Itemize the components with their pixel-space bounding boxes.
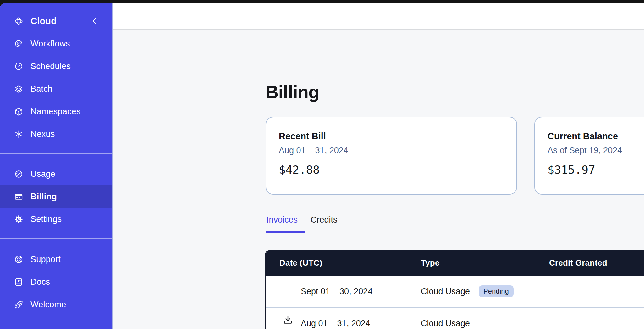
batch-icon: [14, 84, 24, 94]
download-invoice-icon[interactable]: [282, 314, 294, 326]
column-header-type: Type: [421, 250, 440, 276]
nexus-icon: [14, 129, 24, 139]
recent-bill-period: Aug 01 – 31, 2024: [279, 146, 516, 155]
workflows-icon: [14, 39, 24, 49]
invoice-type: Cloud Usage: [421, 276, 470, 307]
namespaces-icon: [14, 107, 24, 116]
welcome-icon: [14, 300, 24, 310]
invoice-date: Aug 01 – 31, 2024: [301, 308, 370, 329]
page-title: Billing: [266, 82, 319, 102]
docs-icon: [14, 277, 24, 287]
tab-active-indicator: [266, 231, 305, 233]
support-icon: [14, 255, 24, 264]
invoice-date: Sept 01 – 30, 2024: [301, 276, 372, 307]
sidebar-item-namespaces[interactable]: Namespaces: [0, 100, 112, 123]
sidebar-item-settings[interactable]: Settings: [0, 208, 112, 230]
sidebar-divider: [0, 238, 112, 239]
sidebar-item-welcome[interactable]: Welcome: [0, 293, 112, 316]
current-balance-amount: $315.97: [548, 163, 644, 176]
column-header-date: Date (UTC): [279, 250, 322, 276]
tab-invoices[interactable]: Invoices: [267, 215, 298, 225]
sidebar-item-nexus[interactable]: Nexus: [0, 123, 112, 145]
sidebar-brand-label: Cloud: [30, 16, 57, 26]
table-row: Sept 01 – 30, 2024 Cloud Usage Pending: [266, 276, 644, 307]
tab-credits[interactable]: Credits: [311, 215, 338, 225]
sidebar-brand-cloud[interactable]: Cloud: [0, 10, 112, 32]
recent-bill-amount: $42.88: [279, 163, 516, 176]
billing-icon: [14, 192, 24, 202]
sidebar-item-usage[interactable]: Usage: [0, 163, 112, 185]
sidebar-item-batch[interactable]: Batch: [0, 78, 112, 100]
sidebar-divider: [0, 153, 112, 154]
usage-icon: [14, 169, 24, 179]
app-window: Cloud Workflows Schedules Batch: [0, 3, 644, 329]
current-balance-title: Current Balance: [548, 131, 644, 142]
sidebar: Cloud Workflows Schedules Batch: [0, 3, 113, 329]
current-balance-as-of: As of Sept 19, 2024: [548, 146, 644, 155]
sidebar-item-workflows[interactable]: Workflows: [0, 32, 112, 55]
table-row: Aug 01 – 31, 2024 Cloud Usage: [266, 308, 644, 329]
sidebar-item-docs[interactable]: Docs: [0, 271, 112, 293]
column-header-credit-granted: Credit Granted: [549, 250, 607, 276]
tab-underline-track: [266, 232, 644, 232]
top-header-bar: [113, 3, 644, 30]
chevron-left-icon[interactable]: [89, 16, 100, 26]
sidebar-item-schedules[interactable]: Schedules: [0, 55, 112, 78]
status-badge: Pending: [479, 285, 514, 297]
settings-icon: [14, 214, 24, 224]
schedules-icon: [14, 62, 24, 71]
temporal-logo-icon: [14, 16, 24, 26]
invoices-table: Date (UTC) Type Credit Granted Sept 01 –…: [265, 250, 644, 329]
invoice-type: Cloud Usage: [421, 308, 470, 329]
sidebar-item-support[interactable]: Support: [0, 248, 112, 271]
recent-bill-card: Recent Bill Aug 01 – 31, 2024 $42.88: [266, 117, 517, 195]
invoices-table-header: Date (UTC) Type Credit Granted: [266, 250, 644, 276]
current-balance-card: Current Balance As of Sept 19, 2024 $315…: [534, 117, 644, 195]
sidebar-item-billing[interactable]: Billing: [0, 185, 112, 208]
recent-bill-title: Recent Bill: [279, 131, 516, 142]
